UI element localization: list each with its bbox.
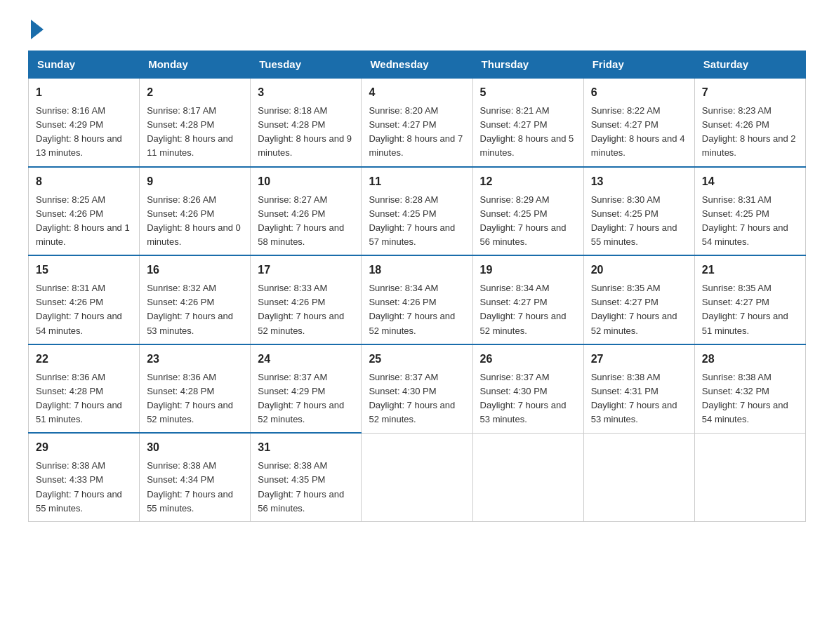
day-number: 25 bbox=[369, 351, 465, 368]
calendar-day-header: Sunday bbox=[29, 51, 140, 79]
calendar-cell bbox=[472, 433, 583, 521]
day-number: 14 bbox=[702, 173, 798, 190]
day-number: 1 bbox=[36, 84, 132, 101]
day-number: 22 bbox=[36, 351, 132, 368]
day-info: Sunrise: 8:21 AMSunset: 4:27 PMDaylight:… bbox=[480, 105, 574, 158]
calendar-cell: 20 Sunrise: 8:35 AMSunset: 4:27 PMDaylig… bbox=[583, 255, 694, 344]
day-info: Sunrise: 8:35 AMSunset: 4:27 PMDaylight:… bbox=[591, 283, 677, 335]
day-number: 12 bbox=[480, 173, 576, 190]
day-info: Sunrise: 8:31 AMSunset: 4:26 PMDaylight:… bbox=[36, 283, 122, 335]
day-info: Sunrise: 8:38 AMSunset: 4:34 PMDaylight:… bbox=[147, 460, 233, 513]
calendar-day-header: Wednesday bbox=[362, 51, 472, 79]
day-number: 19 bbox=[480, 262, 576, 279]
day-info: Sunrise: 8:35 AMSunset: 4:27 PMDaylight:… bbox=[702, 283, 788, 335]
day-info: Sunrise: 8:25 AMSunset: 4:26 PMDaylight:… bbox=[36, 194, 130, 247]
calendar-cell: 2 Sunrise: 8:17 AMSunset: 4:28 PMDayligh… bbox=[140, 78, 251, 167]
day-info: Sunrise: 8:17 AMSunset: 4:28 PMDaylight:… bbox=[147, 105, 233, 158]
day-number: 16 bbox=[147, 262, 243, 279]
day-number: 31 bbox=[258, 439, 354, 456]
calendar-cell: 27 Sunrise: 8:38 AMSunset: 4:31 PMDaylig… bbox=[583, 344, 694, 434]
day-info: Sunrise: 8:29 AMSunset: 4:25 PMDaylight:… bbox=[480, 194, 567, 247]
calendar-day-header: Thursday bbox=[472, 51, 583, 79]
day-number: 10 bbox=[258, 173, 354, 190]
calendar-cell: 23 Sunrise: 8:36 AMSunset: 4:28 PMDaylig… bbox=[140, 344, 251, 434]
day-info: Sunrise: 8:34 AMSunset: 4:27 PMDaylight:… bbox=[480, 283, 567, 335]
day-number: 17 bbox=[258, 262, 354, 279]
day-number: 6 bbox=[591, 84, 687, 101]
day-info: Sunrise: 8:34 AMSunset: 4:26 PMDaylight:… bbox=[369, 283, 455, 335]
day-info: Sunrise: 8:20 AMSunset: 4:27 PMDaylight:… bbox=[369, 105, 463, 158]
calendar-cell: 3 Sunrise: 8:18 AMSunset: 4:28 PMDayligh… bbox=[251, 78, 362, 167]
day-info: Sunrise: 8:22 AMSunset: 4:27 PMDaylight:… bbox=[591, 105, 685, 158]
day-info: Sunrise: 8:33 AMSunset: 4:26 PMDaylight:… bbox=[258, 283, 344, 335]
day-info: Sunrise: 8:36 AMSunset: 4:28 PMDaylight:… bbox=[36, 372, 122, 424]
calendar-cell bbox=[362, 433, 472, 521]
calendar-cell: 8 Sunrise: 8:25 AMSunset: 4:26 PMDayligh… bbox=[29, 167, 140, 256]
day-info: Sunrise: 8:23 AMSunset: 4:26 PMDaylight:… bbox=[702, 105, 796, 158]
day-number: 15 bbox=[36, 262, 132, 279]
calendar-cell: 28 Sunrise: 8:38 AMSunset: 4:32 PMDaylig… bbox=[694, 344, 805, 434]
calendar-cell: 14 Sunrise: 8:31 AMSunset: 4:25 PMDaylig… bbox=[694, 167, 805, 256]
day-info: Sunrise: 8:30 AMSunset: 4:25 PMDaylight:… bbox=[591, 194, 677, 247]
calendar-cell bbox=[583, 433, 694, 521]
calendar-cell: 25 Sunrise: 8:37 AMSunset: 4:30 PMDaylig… bbox=[362, 344, 472, 434]
calendar-cell: 9 Sunrise: 8:26 AMSunset: 4:26 PMDayligh… bbox=[140, 167, 251, 256]
day-number: 4 bbox=[369, 84, 465, 101]
day-info: Sunrise: 8:26 AMSunset: 4:26 PMDaylight:… bbox=[147, 194, 241, 247]
day-info: Sunrise: 8:16 AMSunset: 4:29 PMDaylight:… bbox=[36, 105, 122, 158]
calendar-cell: 18 Sunrise: 8:34 AMSunset: 4:26 PMDaylig… bbox=[362, 255, 472, 344]
day-number: 2 bbox=[147, 84, 243, 101]
day-info: Sunrise: 8:27 AMSunset: 4:26 PMDaylight:… bbox=[258, 194, 344, 247]
calendar-cell: 30 Sunrise: 8:38 AMSunset: 4:34 PMDaylig… bbox=[140, 433, 251, 521]
page-header bbox=[28, 21, 806, 36]
day-number: 7 bbox=[702, 84, 798, 101]
day-info: Sunrise: 8:38 AMSunset: 4:31 PMDaylight:… bbox=[591, 372, 677, 424]
calendar-cell: 10 Sunrise: 8:27 AMSunset: 4:26 PMDaylig… bbox=[251, 167, 362, 256]
calendar-cell: 5 Sunrise: 8:21 AMSunset: 4:27 PMDayligh… bbox=[472, 78, 583, 167]
day-info: Sunrise: 8:37 AMSunset: 4:30 PMDaylight:… bbox=[369, 372, 455, 424]
calendar-cell: 4 Sunrise: 8:20 AMSunset: 4:27 PMDayligh… bbox=[362, 78, 472, 167]
day-number: 27 bbox=[591, 351, 687, 368]
calendar-cell: 1 Sunrise: 8:16 AMSunset: 4:29 PMDayligh… bbox=[29, 78, 140, 167]
calendar-day-header: Saturday bbox=[694, 51, 805, 79]
calendar-cell: 31 Sunrise: 8:38 AMSunset: 4:35 PMDaylig… bbox=[251, 433, 362, 521]
day-number: 5 bbox=[480, 84, 576, 101]
logo-arrow-icon bbox=[31, 20, 44, 39]
calendar-cell: 29 Sunrise: 8:38 AMSunset: 4:33 PMDaylig… bbox=[29, 433, 140, 521]
calendar-cell bbox=[694, 433, 805, 521]
calendar-day-header: Tuesday bbox=[251, 51, 362, 79]
day-number: 21 bbox=[702, 262, 798, 279]
day-number: 29 bbox=[36, 439, 132, 456]
calendar-cell: 11 Sunrise: 8:28 AMSunset: 4:25 PMDaylig… bbox=[362, 167, 472, 256]
calendar-day-header: Monday bbox=[140, 51, 251, 79]
day-info: Sunrise: 8:28 AMSunset: 4:25 PMDaylight:… bbox=[369, 194, 455, 247]
calendar-cell: 7 Sunrise: 8:23 AMSunset: 4:26 PMDayligh… bbox=[694, 78, 805, 167]
calendar-cell: 22 Sunrise: 8:36 AMSunset: 4:28 PMDaylig… bbox=[29, 344, 140, 434]
calendar-week-row: 1 Sunrise: 8:16 AMSunset: 4:29 PMDayligh… bbox=[29, 78, 806, 167]
day-number: 18 bbox=[369, 262, 465, 279]
calendar-table: SundayMondayTuesdayWednesdayThursdayFrid… bbox=[28, 51, 806, 522]
calendar-cell: 16 Sunrise: 8:32 AMSunset: 4:26 PMDaylig… bbox=[140, 255, 251, 344]
day-info: Sunrise: 8:31 AMSunset: 4:25 PMDaylight:… bbox=[702, 194, 788, 247]
day-number: 20 bbox=[591, 262, 687, 279]
calendar-cell: 12 Sunrise: 8:29 AMSunset: 4:25 PMDaylig… bbox=[472, 167, 583, 256]
calendar-week-row: 22 Sunrise: 8:36 AMSunset: 4:28 PMDaylig… bbox=[29, 344, 806, 434]
day-number: 9 bbox=[147, 173, 243, 190]
logo bbox=[28, 21, 44, 36]
calendar-cell: 26 Sunrise: 8:37 AMSunset: 4:30 PMDaylig… bbox=[472, 344, 583, 434]
calendar-cell: 13 Sunrise: 8:30 AMSunset: 4:25 PMDaylig… bbox=[583, 167, 694, 256]
day-info: Sunrise: 8:36 AMSunset: 4:28 PMDaylight:… bbox=[147, 372, 233, 424]
day-number: 13 bbox=[591, 173, 687, 190]
calendar-week-row: 15 Sunrise: 8:31 AMSunset: 4:26 PMDaylig… bbox=[29, 255, 806, 344]
calendar-cell: 6 Sunrise: 8:22 AMSunset: 4:27 PMDayligh… bbox=[583, 78, 694, 167]
day-number: 26 bbox=[480, 351, 576, 368]
calendar-cell: 15 Sunrise: 8:31 AMSunset: 4:26 PMDaylig… bbox=[29, 255, 140, 344]
day-number: 23 bbox=[147, 351, 243, 368]
day-info: Sunrise: 8:37 AMSunset: 4:30 PMDaylight:… bbox=[480, 372, 567, 424]
day-number: 3 bbox=[258, 84, 354, 101]
calendar-cell: 21 Sunrise: 8:35 AMSunset: 4:27 PMDaylig… bbox=[694, 255, 805, 344]
calendar-week-row: 8 Sunrise: 8:25 AMSunset: 4:26 PMDayligh… bbox=[29, 167, 806, 256]
day-info: Sunrise: 8:37 AMSunset: 4:29 PMDaylight:… bbox=[258, 372, 344, 424]
day-info: Sunrise: 8:32 AMSunset: 4:26 PMDaylight:… bbox=[147, 283, 233, 335]
day-info: Sunrise: 8:38 AMSunset: 4:32 PMDaylight:… bbox=[702, 372, 788, 424]
